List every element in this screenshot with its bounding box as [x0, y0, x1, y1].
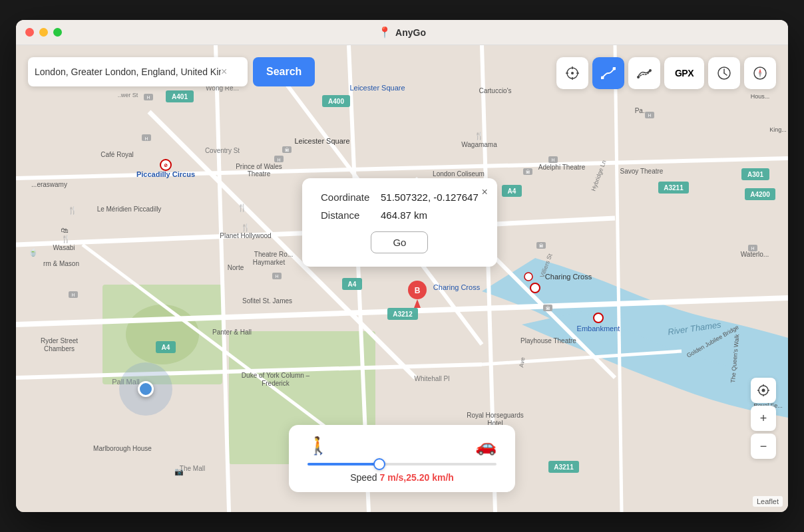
- svg-text:🍴: 🍴: [61, 234, 71, 243]
- svg-text:Sofitel St. James: Sofitel St. James: [242, 297, 292, 305]
- search-button[interactable]: Search: [253, 57, 315, 86]
- speed-icons: 🚶 🚗: [307, 436, 497, 456]
- zoom-out-button[interactable]: −: [751, 434, 776, 459]
- svg-text:..wer St: ..wer St: [118, 92, 138, 98]
- svg-text:A401: A401: [172, 93, 188, 100]
- coordinate-label: Coordinate: [321, 192, 381, 203]
- gpx-button[interactable]: GPX: [664, 57, 704, 89]
- svg-point-45: [524, 273, 532, 281]
- svg-text:Theatre: Theatre: [248, 170, 271, 178]
- svg-text:H: H: [751, 246, 754, 251]
- svg-text:🏛: 🏛: [526, 169, 530, 174]
- svg-text:H: H: [551, 158, 554, 162]
- app-window: 📍 AnyGo: [16, 20, 788, 512]
- svg-text:🍴: 🍴: [68, 205, 77, 215]
- history-button[interactable]: [708, 57, 740, 89]
- svg-text:Charing Cross: Charing Cross: [433, 283, 481, 291]
- svg-text:⊘: ⊘: [164, 163, 168, 168]
- svg-text:Haymarket: Haymarket: [253, 259, 286, 266]
- svg-text:...eraswamy: ...eraswamy: [31, 181, 67, 188]
- minimize-button[interactable]: [39, 28, 48, 37]
- svg-text:H: H: [648, 113, 651, 118]
- compass-button[interactable]: [744, 57, 776, 89]
- svg-text:London Coliseum: London Coliseum: [433, 170, 485, 178]
- right-toolbar: GPX: [556, 57, 776, 89]
- svg-text:A4: A4: [508, 188, 516, 195]
- map-controls: + −: [751, 378, 776, 459]
- svg-text:Coventry St: Coventry St: [205, 147, 240, 154]
- svg-text:🏛: 🏛: [546, 305, 550, 311]
- svg-text:A4: A4: [348, 281, 357, 288]
- svg-point-132: [571, 72, 574, 74]
- multi-route-button[interactable]: [628, 57, 660, 89]
- speed-label: Speed 7 m/s,25.20 km/h: [307, 472, 497, 483]
- svg-text:🏛: 🏛: [285, 147, 290, 152]
- svg-text:Wagamama: Wagamama: [461, 141, 497, 148]
- go-button[interactable]: Go: [371, 231, 428, 253]
- zoom-in-button[interactable]: +: [751, 406, 776, 431]
- distance-value: 464.87 km: [381, 209, 427, 221]
- svg-text:🍴: 🍴: [238, 203, 247, 212]
- svg-text:Leicester Square: Leicester Square: [294, 137, 349, 145]
- svg-text:H: H: [146, 95, 150, 100]
- svg-text:A3211: A3211: [664, 184, 684, 192]
- svg-text:A3212: A3212: [393, 311, 413, 318]
- svg-text:Norte: Norte: [228, 264, 244, 271]
- traffic-lights: [25, 28, 62, 37]
- walk-icon: 🚶: [307, 436, 329, 456]
- svg-text:Royal Horseguards: Royal Horseguards: [467, 412, 524, 419]
- svg-point-41: [530, 283, 540, 293]
- svg-text:Duke of York Column –: Duke of York Column –: [242, 372, 310, 379]
- route-button[interactable]: [592, 57, 624, 89]
- svg-text:Café Royal: Café Royal: [100, 151, 133, 158]
- svg-text:Theatre Ro...: Theatre Ro...: [254, 251, 293, 258]
- map-container[interactable]: A401 A400 A4 A4 A4 A301 A3211 A3212 A420…: [16, 45, 788, 512]
- svg-line-139: [724, 73, 727, 75]
- pin-icon: 📍: [378, 26, 391, 39]
- svg-text:Wasabi: Wasabi: [53, 244, 75, 251]
- search-input[interactable]: London, Greater London, England, United …: [35, 66, 221, 77]
- svg-text:A3211: A3211: [554, 464, 574, 471]
- coordinate-row: Coordinate 51.507322, -0.127647: [321, 192, 479, 203]
- crosshair-button[interactable]: [556, 57, 588, 89]
- leaflet-badge: Leaflet: [753, 496, 783, 507]
- svg-text:A301: A301: [747, 171, 763, 178]
- svg-text:📷: 📷: [174, 467, 184, 476]
- locate-button[interactable]: [751, 378, 776, 403]
- svg-text:H: H: [144, 136, 148, 141]
- svg-text:🏛: 🏛: [539, 243, 544, 248]
- svg-text:B: B: [415, 286, 421, 295]
- svg-text:H: H: [275, 274, 278, 279]
- svg-text:Prince of Wales: Prince of Wales: [236, 163, 282, 170]
- coordinate-value: 51.507322, -0.127647: [381, 192, 479, 203]
- svg-text:Chambers: Chambers: [44, 345, 75, 352]
- maximize-button[interactable]: [53, 28, 62, 37]
- svg-text:Charing Cross: Charing Cross: [545, 273, 592, 281]
- svg-point-144: [762, 389, 765, 392]
- svg-text:Leicester Square: Leicester Square: [349, 84, 405, 92]
- svg-text:🍴: 🍴: [475, 131, 484, 140]
- search-clear-button[interactable]: ×: [221, 66, 227, 78]
- svg-point-136: [649, 69, 652, 72]
- svg-text:Le Méridien Piccadilly: Le Méridien Piccadilly: [97, 205, 162, 213]
- svg-text:King...: King...: [769, 126, 787, 133]
- svg-text:A4: A4: [162, 344, 170, 351]
- speed-label-text: Speed: [350, 472, 377, 483]
- coordinate-popup: × Coordinate 51.507322, -0.127647 Distan…: [302, 178, 497, 267]
- svg-text:Piccadilly Circus: Piccadilly Circus: [136, 170, 195, 178]
- current-location: [119, 362, 172, 416]
- speed-slider-thumb[interactable]: [373, 458, 385, 470]
- close-button[interactable]: [25, 28, 34, 37]
- svg-text:Planet Hollywood: Planet Hollywood: [220, 232, 271, 239]
- popup-close-button[interactable]: ×: [481, 186, 487, 198]
- svg-text:Ryder Street: Ryder Street: [41, 337, 78, 344]
- speed-panel: 🚶 🚗 Speed 7 m/s,25.20 km/h: [289, 425, 515, 492]
- speed-value: 7 m/s,25.20 km/h: [380, 472, 454, 483]
- svg-text:Savoy Theatre: Savoy Theatre: [620, 168, 664, 175]
- svg-text:Playhouse Theatre: Playhouse Theatre: [520, 337, 576, 344]
- svg-text:H: H: [277, 158, 280, 162]
- svg-text:🛍: 🛍: [61, 226, 69, 234]
- svg-text:Cartuccio's: Cartuccio's: [479, 87, 511, 94]
- svg-text:🍵: 🍵: [29, 247, 38, 257]
- svg-text:Panter & Hall: Panter & Hall: [212, 329, 252, 336]
